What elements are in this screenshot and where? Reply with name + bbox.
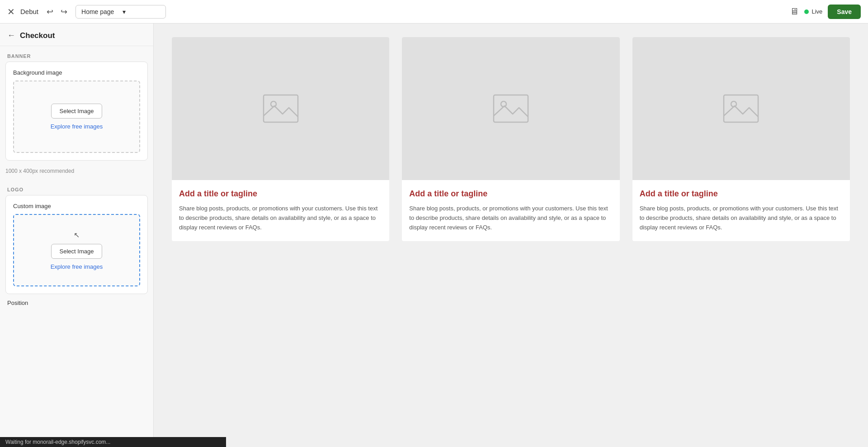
close-button[interactable]: ✕ (7, 6, 15, 17)
image-placeholder-1 (172, 37, 389, 180)
banner-explore-link[interactable]: Explore free images (51, 123, 103, 130)
undo-button[interactable]: ↩ (44, 5, 56, 19)
undo-redo-group: ↩ ↪ (44, 5, 70, 19)
logo-card: Custom image ↖ Select Image Explore free… (5, 195, 148, 294)
save-button[interactable]: Save (828, 5, 861, 19)
top-bar: ✕ Debut ↩ ↪ Home page ▾ 🖥 Live Save (0, 0, 868, 24)
card-title-3: Add a title or tagline (640, 189, 843, 199)
banner-select-image-button[interactable]: Select Image (51, 104, 103, 119)
custom-image-label: Custom image (13, 203, 140, 209)
app-name: Debut (20, 8, 38, 15)
image-placeholder-icon-3 (723, 94, 759, 123)
live-badge: Live (804, 8, 822, 15)
card-body-text-2: Share blog posts, products, or promotion… (409, 204, 612, 232)
content-card-2: Add a title or tagline Share blog posts,… (402, 37, 619, 241)
live-dot-icon (804, 10, 809, 14)
layout: ← Checkout BANNER Background image Selec… (0, 24, 868, 447)
position-label: Position (0, 300, 153, 310)
logo-image-upload-box[interactable]: ↖ Select Image Explore free images (13, 214, 140, 286)
logo-select-image-button[interactable]: Select Image (51, 244, 103, 259)
status-bar: Waiting for monorail-edge.shopifysvc.com… (0, 437, 226, 447)
desktop-icon[interactable]: 🖥 (790, 6, 799, 17)
image-placeholder-2 (402, 37, 619, 180)
image-placeholder-icon-2 (493, 94, 529, 123)
card-body-3: Add a title or tagline Share blog posts,… (632, 180, 850, 241)
chevron-down-icon: ▾ (123, 8, 160, 15)
content-card-1: Add a title or tagline Share blog posts,… (172, 37, 389, 241)
page-select-label: Home page (81, 8, 119, 15)
card-body-text-3: Share blog posts, products, or promotion… (640, 204, 843, 232)
image-placeholder-icon-1 (263, 94, 299, 123)
svg-rect-2 (494, 95, 528, 122)
banner-section-label: BANNER (0, 46, 153, 62)
sidebar-back-button[interactable]: ← (7, 31, 15, 40)
card-body-1: Add a title or tagline Share blog posts,… (172, 180, 389, 241)
sidebar: ← Checkout BANNER Background image Selec… (0, 24, 154, 447)
sidebar-title: Checkout (20, 31, 55, 40)
banner-hint-text: 1000 x 400px recommended (0, 168, 153, 174)
logo-section-label: LOGO (0, 180, 153, 195)
image-placeholder-3 (632, 37, 850, 180)
content-card-3: Add a title or tagline Share blog posts,… (632, 37, 850, 241)
banner-image-upload-box[interactable]: Select Image Explore free images (13, 81, 140, 153)
logo-explore-link[interactable]: Explore free images (51, 263, 103, 270)
svg-rect-0 (264, 95, 298, 122)
redo-button[interactable]: ↪ (58, 5, 70, 19)
card-title-1: Add a title or tagline (179, 189, 382, 199)
top-bar-left: ✕ Debut ↩ ↪ Home page ▾ (7, 5, 784, 19)
card-body-text-1: Share blog posts, products, or promotion… (179, 204, 382, 232)
top-bar-right: 🖥 Live Save (790, 5, 861, 19)
main-content: Add a title or tagline Share blog posts,… (154, 24, 868, 447)
banner-card: Background image Select Image Explore fr… (5, 62, 148, 161)
background-image-label: Background image (13, 69, 140, 76)
cards-grid: Add a title or tagline Share blog posts,… (172, 37, 850, 241)
status-text: Waiting for monorail-edge.shopifysvc.com… (5, 439, 110, 445)
live-label: Live (811, 8, 822, 15)
svg-rect-4 (724, 95, 758, 122)
card-body-2: Add a title or tagline Share blog posts,… (402, 180, 619, 241)
card-title-2: Add a title or tagline (409, 189, 612, 199)
sidebar-header: ← Checkout (0, 24, 153, 46)
cursor-icon: ↖ (74, 231, 80, 239)
page-select-dropdown[interactable]: Home page ▾ (75, 5, 166, 19)
